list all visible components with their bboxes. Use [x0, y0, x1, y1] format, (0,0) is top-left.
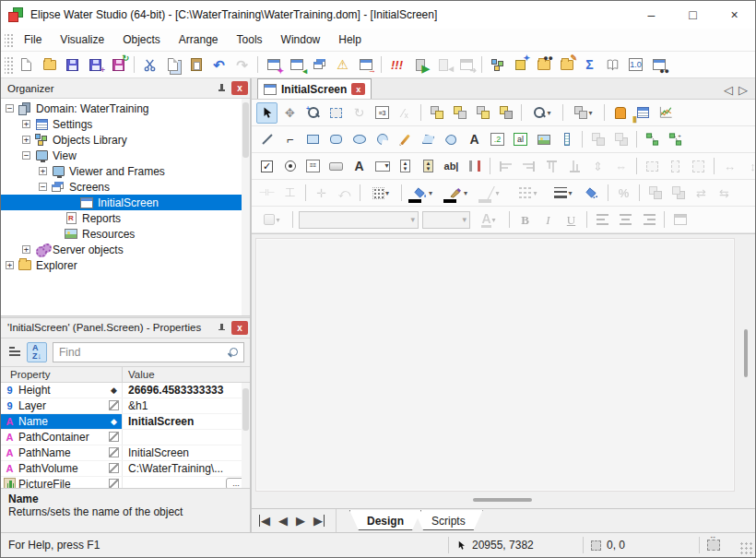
tree-item-view[interactable]: View — [1, 148, 250, 163]
organizer-close-button[interactable]: x — [231, 81, 248, 95]
polygon-tool-button[interactable] — [418, 129, 439, 150]
display-tool-button[interactable]: .2 — [487, 129, 508, 150]
font-family-select[interactable] — [299, 211, 419, 229]
domain-options-button[interactable] — [487, 54, 508, 76]
menu-arrange[interactable]: Arrange — [170, 30, 228, 49]
center-vertical-button[interactable] — [587, 156, 608, 177]
picture-tool-button[interactable] — [533, 129, 554, 150]
group-objects-button[interactable] — [587, 129, 608, 150]
minimize-button[interactable]: – — [631, 1, 672, 29]
organizer-pin-button[interactable] — [213, 80, 230, 96]
label-tool-button[interactable] — [348, 156, 370, 177]
tab-design[interactable]: Design — [349, 510, 421, 530]
nudge-button[interactable] — [311, 183, 332, 204]
tab-close-button[interactable]: x — [351, 83, 365, 95]
property-row-name[interactable]: AName InitialScreen — [1, 414, 250, 430]
open-button[interactable] — [39, 54, 60, 76]
checkbox-tool-button[interactable]: ✓ — [256, 156, 278, 177]
expand-toggle[interactable] — [39, 167, 47, 175]
stop-application-button[interactable]: ◂ — [432, 54, 454, 76]
fit-width-button[interactable] — [719, 156, 740, 177]
menu-file[interactable]: File — [15, 30, 51, 49]
combobox-tool-button[interactable] — [372, 156, 393, 177]
next-sheet-button[interactable] — [296, 515, 305, 527]
listbox-tool-button[interactable]: ≡≡ — [302, 156, 324, 177]
sort-alphabetical-button[interactable]: AZ↓ — [27, 342, 47, 362]
flip-vertical-button[interactable] — [714, 183, 735, 204]
collapse-toggle[interactable] — [6, 104, 14, 113]
center-horizontal-button[interactable] — [610, 156, 632, 177]
tab-scroll-left-button[interactable] — [724, 84, 733, 96]
updown-tool-button[interactable]: ▲▼ — [418, 156, 439, 177]
shadow-button[interactable] — [644, 183, 666, 204]
tab-order-button[interactable]: ≡3 — [372, 102, 393, 124]
link-tool-button[interactable] — [642, 129, 663, 150]
insert-screen-button[interactable]: ✦ — [263, 54, 284, 76]
zoom-region-button[interactable] — [325, 102, 347, 124]
last-sheet-button[interactable] — [313, 515, 325, 527]
redo-button[interactable] — [231, 54, 253, 76]
space-down-button[interactable] — [279, 183, 301, 204]
run-application-button[interactable]: ▶ — [409, 54, 431, 76]
register-objects-button[interactable]: ↻ — [108, 54, 129, 76]
line-color-button[interactable]: ▾ — [477, 183, 510, 204]
tree-item-domain[interactable]: Domain: WaterTraining — [1, 101, 250, 116]
nudge-snap-button[interactable] — [334, 183, 355, 204]
rectangle-tool-button[interactable] — [302, 129, 324, 150]
expand-toggle[interactable] — [22, 120, 30, 128]
commandbutton-tool-button[interactable] — [325, 156, 347, 177]
closed-curve-tool-button[interactable] — [441, 129, 462, 150]
tree-item-settings[interactable]: Settings — [1, 116, 250, 132]
zoom-in-button[interactable]: + — [302, 102, 324, 124]
property-row-picturefile[interactable]: PictureFile ... — [1, 477, 250, 489]
property-row-pathcontainer[interactable]: APathContainer — [1, 430, 250, 445]
save-all-button[interactable]: + — [85, 54, 106, 76]
radio-tool-button[interactable] — [279, 156, 301, 177]
select-tool-button[interactable] — [256, 102, 278, 124]
background-style-button[interactable] — [582, 183, 603, 204]
line-width-button[interactable]: ▾ — [547, 183, 580, 204]
organizer-scrollbar[interactable] — [242, 99, 250, 315]
same-width-button[interactable] — [642, 156, 663, 177]
bold-button[interactable] — [514, 209, 536, 231]
property-column-header[interactable]: Property — [1, 367, 123, 382]
tab-initialscreen[interactable]: InitialScreen x — [257, 78, 372, 99]
grid-button[interactable]: ▾ — [365, 183, 396, 204]
property-row-layer[interactable]: 9Layer &h1 — [1, 398, 250, 414]
menu-visualize[interactable]: Visualize — [51, 30, 113, 49]
tree-item-viewer-frames[interactable]: Viewer and Frames — [1, 163, 250, 179]
align-bottom-button[interactable] — [564, 156, 585, 177]
menu-help[interactable]: Help — [329, 30, 371, 49]
tree-item-reports[interactable]: R Reports — [1, 210, 250, 226]
rounded-rectangle-tool-button[interactable] — [325, 129, 347, 150]
import-screen-button[interactable]: ◂ — [286, 54, 307, 76]
shadow-down-button[interactable] — [667, 183, 689, 204]
expand-toggle[interactable] — [22, 245, 30, 254]
tree-item-initialscreen[interactable]: InitialScreen — [1, 195, 250, 210]
copy-screen-button[interactable] — [309, 54, 330, 76]
tree-item-objects-library[interactable]: Objects Library — [1, 132, 250, 148]
ellipse-tool-button[interactable] — [348, 129, 370, 150]
tab-scripts[interactable]: Scripts — [414, 510, 483, 530]
expand-toggle[interactable] — [22, 136, 30, 144]
property-row-pathvolume[interactable]: APathVolume C:\WaterTraining\... — [1, 461, 250, 477]
flip-horizontal-button[interactable] — [691, 183, 712, 204]
scale-tool-button[interactable] — [556, 129, 577, 150]
verify-domain-button[interactable] — [332, 54, 353, 76]
splitter-tool-button[interactable] — [464, 156, 485, 177]
edit-points-button[interactable] — [395, 102, 416, 124]
pencil-tool-button[interactable] — [395, 129, 416, 150]
italic-button[interactable] — [537, 209, 559, 231]
canvas-vertical-scrollbar[interactable] — [740, 238, 752, 492]
search-objects-button[interactable]: ●● — [533, 54, 554, 76]
chart-button[interactable] — [656, 102, 677, 124]
tree-item-server-objects[interactable]: Server objects — [1, 242, 250, 257]
line-style-button[interactable]: ▾ — [512, 183, 545, 204]
bring-forward-button[interactable] — [472, 102, 493, 124]
space-across-button[interactable] — [256, 183, 278, 204]
pan-tool-button[interactable] — [279, 102, 301, 124]
arc-tool-button[interactable] — [372, 129, 393, 150]
open-scripts-button[interactable]: ✎ — [556, 54, 577, 76]
canvas-horizontal-scrollbar[interactable] — [473, 498, 532, 502]
copy-button[interactable] — [162, 54, 183, 76]
